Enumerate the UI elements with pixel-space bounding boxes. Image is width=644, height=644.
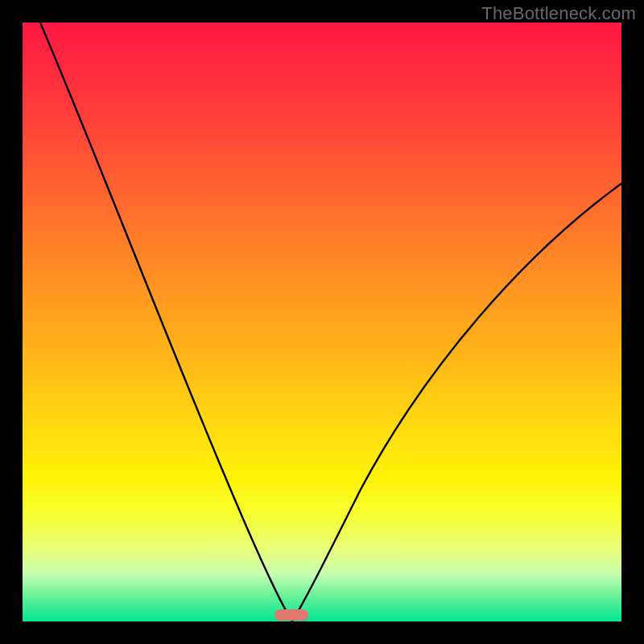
chart-frame: TheBottleneck.com (0, 0, 644, 644)
optimal-marker (275, 609, 308, 621)
chart-plot-area (23, 23, 621, 621)
watermark-text: TheBottleneck.com (481, 3, 636, 24)
bottleneck-curve (23, 23, 621, 621)
curve-left-branch (40, 23, 292, 621)
curve-right-branch (292, 184, 621, 621)
